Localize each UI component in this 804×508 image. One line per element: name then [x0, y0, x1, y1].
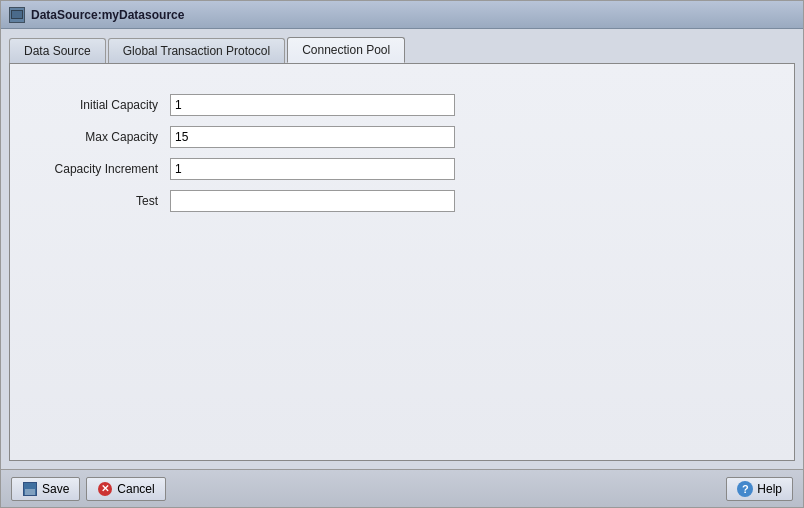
tabs-row: Data Source Global Transaction Protocol …	[9, 37, 795, 63]
label-capacity-increment: Capacity Increment	[30, 162, 170, 176]
main-window: DataSource:myDatasource Data Source Glob…	[0, 0, 804, 508]
bottom-right-buttons: ? Help	[726, 477, 793, 501]
input-max-capacity[interactable]	[170, 126, 455, 148]
cancel-button[interactable]: ✕ Cancel	[86, 477, 165, 501]
tab-content-area: Initial Capacity Max Capacity Capacity I…	[9, 63, 795, 461]
bottom-bar: Save ✕ Cancel ? Help	[1, 469, 803, 507]
help-icon: ?	[737, 481, 753, 497]
label-max-capacity: Max Capacity	[30, 130, 170, 144]
save-button[interactable]: Save	[11, 477, 80, 501]
help-button[interactable]: ? Help	[726, 477, 793, 501]
window-title: DataSource:myDatasource	[31, 8, 184, 22]
form-row-capacity-increment: Capacity Increment	[30, 158, 774, 180]
input-capacity-increment[interactable]	[170, 158, 455, 180]
tab-connection-pool[interactable]: Connection Pool	[287, 37, 405, 63]
input-initial-capacity[interactable]	[170, 94, 455, 116]
cancel-icon: ✕	[97, 481, 113, 497]
form-row-initial-capacity: Initial Capacity	[30, 94, 774, 116]
form-row-max-capacity: Max Capacity	[30, 126, 774, 148]
window-icon	[9, 7, 25, 23]
title-bar: DataSource:myDatasource	[1, 1, 803, 29]
tab-global-transaction-protocol[interactable]: Global Transaction Protocol	[108, 38, 285, 63]
bottom-left-buttons: Save ✕ Cancel	[11, 477, 166, 501]
form-row-test: Test	[30, 190, 774, 212]
tab-data-source[interactable]: Data Source	[9, 38, 106, 63]
main-content: Data Source Global Transaction Protocol …	[1, 29, 803, 469]
save-icon	[22, 481, 38, 497]
input-test[interactable]	[170, 190, 455, 212]
label-initial-capacity: Initial Capacity	[30, 98, 170, 112]
form-area: Initial Capacity Max Capacity Capacity I…	[10, 84, 794, 232]
label-test: Test	[30, 194, 170, 208]
